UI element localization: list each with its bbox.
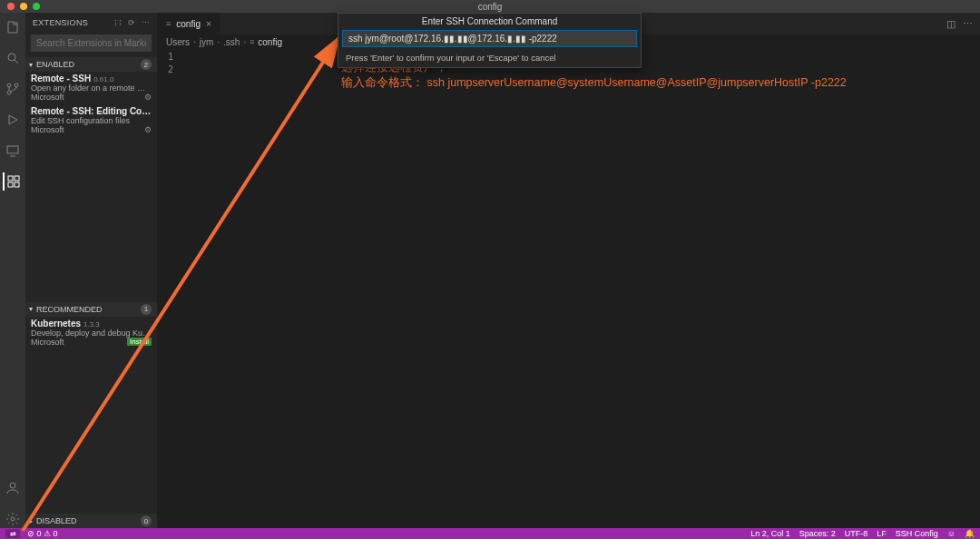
cursor-position[interactable]: Ln 2, Col 1 (750, 529, 790, 538)
section-recommended[interactable]: ▾ RECOMMENDED 1 (25, 302, 157, 317)
svg-point-1 (7, 83, 11, 87)
palette-hint: Press 'Enter' to confirm your input or '… (338, 50, 641, 67)
gear-icon[interactable]: ⚙ (144, 93, 152, 102)
svg-rect-5 (8, 176, 13, 181)
split-editor-icon[interactable]: ◫ (946, 18, 956, 30)
remote-indicator-icon[interactable]: ⇄ (5, 529, 20, 538)
eol-status[interactable]: LF (877, 529, 887, 538)
extensions-icon[interactable] (3, 172, 21, 191)
run-debug-icon[interactable] (4, 111, 22, 129)
palette-title: Enter SSH Connection Command (338, 14, 641, 29)
minimize-window-icon[interactable] (20, 3, 27, 10)
svg-point-2 (15, 83, 18, 87)
sidebar-title: EXTENSIONS (33, 18, 88, 27)
encoding-status[interactable]: UTF-8 (845, 529, 868, 538)
editor-content[interactable] (181, 49, 980, 528)
svg-point-10 (11, 517, 15, 521)
section-enabled[interactable]: ▾ ENABLED 2 (25, 57, 157, 72)
language-mode[interactable]: SSH Config (896, 529, 938, 538)
problems-status[interactable]: ⊘ 0 ⚠ 0 (27, 529, 58, 538)
sidebar-header: EXTENSIONS ⫶⫶ ⟳ ⋯ (25, 13, 157, 33)
code-editor[interactable]: 1 2 (157, 49, 980, 528)
svg-rect-7 (8, 182, 13, 187)
window-title: config (478, 2, 503, 12)
tab-config[interactable]: ≡ config × (157, 13, 221, 34)
svg-point-9 (10, 483, 15, 488)
svg-point-3 (7, 91, 11, 94)
status-bar: ⇄ ⊘ 0 ⚠ 0 Ln 2, Col 1 Spaces: 2 UTF-8 LF… (0, 528, 980, 539)
accounts-icon[interactable] (4, 479, 22, 497)
mac-titlebar: config (0, 0, 980, 13)
recommended-count-badge: 1 (141, 304, 152, 315)
line-gutter: 1 2 (157, 49, 181, 528)
notifications-icon[interactable]: 🔔 (965, 529, 975, 538)
filter-icon[interactable]: ⫶⫶ (113, 18, 123, 27)
chevron-down-icon: ▾ (29, 305, 33, 313)
disabled-count-badge: 0 (141, 515, 152, 526)
svg-rect-4 (7, 146, 18, 153)
install-button[interactable]: Install (127, 338, 152, 346)
ssh-command-input[interactable] (342, 30, 637, 47)
activity-bar (0, 13, 25, 528)
extension-item[interactable]: Kubernetes1.3.3 Develop, deploy and debu… (25, 317, 157, 349)
search-extensions-input[interactable] (31, 34, 152, 52)
explorer-icon[interactable] (4, 18, 22, 36)
gear-icon[interactable]: ⚙ (144, 125, 152, 134)
section-disabled[interactable]: ▸ DISABLED 0 (25, 514, 157, 528)
chevron-right-icon: ▸ (29, 517, 33, 525)
file-icon: ≡ (250, 37, 254, 46)
refresh-icon[interactable]: ⟳ (128, 18, 135, 27)
more-actions-icon[interactable]: ⋯ (963, 18, 973, 30)
enabled-count-badge: 2 (141, 59, 152, 70)
indent-status[interactable]: Spaces: 2 (799, 529, 836, 538)
search-icon[interactable] (4, 49, 22, 67)
traffic-lights (7, 3, 40, 10)
settings-gear-icon[interactable] (4, 510, 22, 528)
file-icon: ≡ (166, 19, 171, 28)
zoom-window-icon[interactable] (33, 3, 40, 10)
remote-explorer-icon[interactable] (4, 142, 22, 160)
chevron-down-icon: ▾ (29, 61, 33, 69)
svg-rect-8 (15, 182, 19, 187)
more-icon[interactable]: ⋯ (142, 18, 150, 27)
extension-item[interactable]: Remote - SSH0.61.0 Open any folder on a … (25, 72, 157, 104)
extension-item[interactable]: Remote - SSH: Editing Conf...0.65.7 Edit… (25, 104, 157, 137)
close-window-icon[interactable] (7, 3, 15, 10)
command-palette: Enter SSH Connection Command Press 'Ente… (338, 13, 642, 68)
svg-rect-6 (15, 176, 19, 181)
close-icon[interactable]: × (206, 19, 211, 29)
sidebar-extensions: EXTENSIONS ⫶⫶ ⟳ ⋯ ▾ ENABLED 2 Remote - S… (25, 13, 157, 528)
svg-point-0 (8, 54, 15, 61)
feedback-icon[interactable]: ☺ (947, 529, 956, 538)
source-control-icon[interactable] (4, 80, 22, 98)
